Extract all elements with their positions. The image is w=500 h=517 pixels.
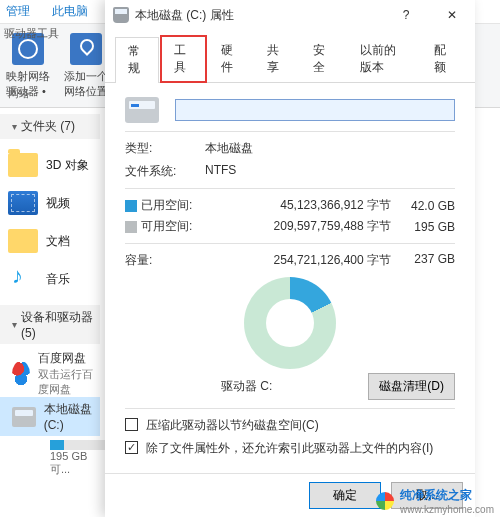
compress-label: 压缩此驱动器以节约磁盘空间(C) bbox=[146, 417, 319, 434]
dialog-body: 类型:本地磁盘 文件系统:NTFS 已用空间: 45,123,366,912 字… bbox=[105, 83, 475, 473]
type-value: 本地磁盘 bbox=[205, 140, 253, 157]
watermark-brand: 纯净系统之家 bbox=[400, 487, 494, 504]
used-label: 已用空间: bbox=[141, 197, 213, 214]
close-button[interactable]: ✕ bbox=[429, 0, 475, 30]
checkbox-checked-icon[interactable]: ✓ bbox=[125, 441, 138, 454]
item-label: 视频 bbox=[46, 195, 70, 212]
content-pane: ▾ 文件夹 (7) 3D 对象 视频 文档 音乐 ▾ 设备和驱动器 (5) 百度… bbox=[0, 108, 100, 517]
disk-cleanup-button[interactable]: 磁盘清理(D) bbox=[368, 373, 455, 400]
document-icon bbox=[8, 229, 38, 253]
watermark-url: www.kzmyhome.com bbox=[400, 504, 494, 515]
properties-dialog: 本地磁盘 (C:) 属性 ? ✕ 常规 工具 硬件 共享 安全 以前的版本 配额… bbox=[105, 0, 475, 517]
folder-icon bbox=[8, 153, 38, 177]
item-label: 3D 对象 bbox=[46, 157, 89, 174]
drive-sublabel: 195 GB 可... bbox=[50, 450, 100, 477]
dialog-title: 本地磁盘 (C:) 属性 bbox=[135, 7, 234, 24]
drive-label: 本地磁盘 (C:) bbox=[44, 401, 100, 432]
ribbon-btn-add-location[interactable]: 添加一个网络位置 bbox=[64, 33, 108, 99]
ribbon-section-label: 驱动器工具 bbox=[4, 26, 59, 41]
video-icon bbox=[8, 191, 38, 215]
drive-icon bbox=[113, 7, 129, 23]
item-label: 音乐 bbox=[46, 271, 70, 288]
folder-music[interactable]: 音乐 bbox=[8, 267, 100, 291]
filesystem-label: 文件系统: bbox=[125, 163, 205, 180]
drive-label: 百度网盘 bbox=[38, 350, 100, 367]
used-swatch-icon bbox=[125, 200, 137, 212]
music-icon bbox=[8, 267, 38, 291]
hdd-icon bbox=[12, 407, 36, 427]
free-swatch-icon bbox=[125, 221, 137, 233]
item-label: 文档 bbox=[46, 233, 70, 250]
folder-documents[interactable]: 文档 bbox=[8, 229, 100, 253]
ribbon-tab-thispc[interactable]: 此电脑 bbox=[52, 3, 88, 20]
tab-previous-versions[interactable]: 以前的版本 bbox=[347, 36, 419, 82]
ok-button[interactable]: 确定 bbox=[309, 482, 381, 509]
drive-large-icon bbox=[125, 97, 159, 123]
drive-sublabel: 双击运行百度网盘 bbox=[38, 367, 100, 397]
help-button[interactable]: ? bbox=[383, 0, 429, 30]
tab-general[interactable]: 常规 bbox=[115, 37, 159, 83]
drive-c-selected[interactable]: 本地磁盘 (C:) bbox=[0, 397, 100, 436]
free-label: 可用空间: bbox=[141, 218, 213, 235]
chevron-down-icon: ▾ bbox=[12, 319, 17, 330]
tab-security[interactable]: 安全 bbox=[300, 36, 344, 82]
section-devices[interactable]: ▾ 设备和驱动器 (5) bbox=[0, 305, 100, 344]
type-label: 类型: bbox=[125, 140, 205, 157]
free-bytes: 209,597,759,488 字节 bbox=[213, 218, 391, 235]
index-checkbox-row[interactable]: ✓ 除了文件属性外，还允许索引此驱动器上文件的内容(I) bbox=[125, 440, 455, 457]
section-folders-label: 文件夹 (7) bbox=[21, 118, 75, 135]
drive-baidu[interactable]: 百度网盘 双击运行百度网盘 bbox=[12, 350, 100, 397]
free-gb: 195 GB bbox=[391, 220, 455, 234]
capacity-gb: 237 GB bbox=[391, 252, 455, 269]
watermark-logo-icon bbox=[376, 492, 394, 510]
drive-name-input[interactable] bbox=[175, 99, 455, 121]
ribbon-btn-label: 添加一个网络位置 bbox=[64, 69, 108, 99]
tab-quota[interactable]: 配额 bbox=[421, 36, 465, 82]
tab-strip: 常规 工具 硬件 共享 安全 以前的版本 配额 bbox=[105, 30, 475, 83]
folder-3d-objects[interactable]: 3D 对象 bbox=[8, 153, 100, 177]
used-bytes: 45,123,366,912 字节 bbox=[213, 197, 391, 214]
tab-hardware[interactable]: 硬件 bbox=[208, 36, 252, 82]
network-location-icon bbox=[70, 33, 102, 65]
drive-caption: 驱动器 C: bbox=[125, 378, 368, 395]
ribbon-group-caption: 网络 bbox=[8, 86, 30, 101]
tab-sharing[interactable]: 共享 bbox=[254, 36, 298, 82]
baidu-icon bbox=[12, 361, 30, 387]
watermark: 纯净系统之家 www.kzmyhome.com bbox=[376, 487, 494, 515]
chevron-down-icon: ▾ bbox=[12, 121, 17, 132]
section-devices-label: 设备和驱动器 (5) bbox=[21, 309, 100, 340]
compress-checkbox-row[interactable]: 压缩此驱动器以节约磁盘空间(C) bbox=[125, 417, 455, 434]
folder-videos[interactable]: 视频 bbox=[8, 191, 100, 215]
filesystem-value: NTFS bbox=[205, 163, 236, 180]
ribbon-tab-manage[interactable]: 管理 bbox=[6, 3, 30, 20]
titlebar[interactable]: 本地磁盘 (C:) 属性 ? ✕ bbox=[105, 0, 475, 30]
index-label: 除了文件属性外，还允许索引此驱动器上文件的内容(I) bbox=[146, 440, 433, 457]
capacity-bytes: 254,721,126,400 字节 bbox=[213, 252, 391, 269]
usage-pie-chart bbox=[244, 277, 336, 369]
tab-tools[interactable]: 工具 bbox=[161, 36, 205, 82]
used-gb: 42.0 GB bbox=[391, 199, 455, 213]
checkbox-icon[interactable] bbox=[125, 418, 138, 431]
capacity-label: 容量: bbox=[125, 252, 213, 269]
section-folders[interactable]: ▾ 文件夹 (7) bbox=[0, 114, 100, 139]
